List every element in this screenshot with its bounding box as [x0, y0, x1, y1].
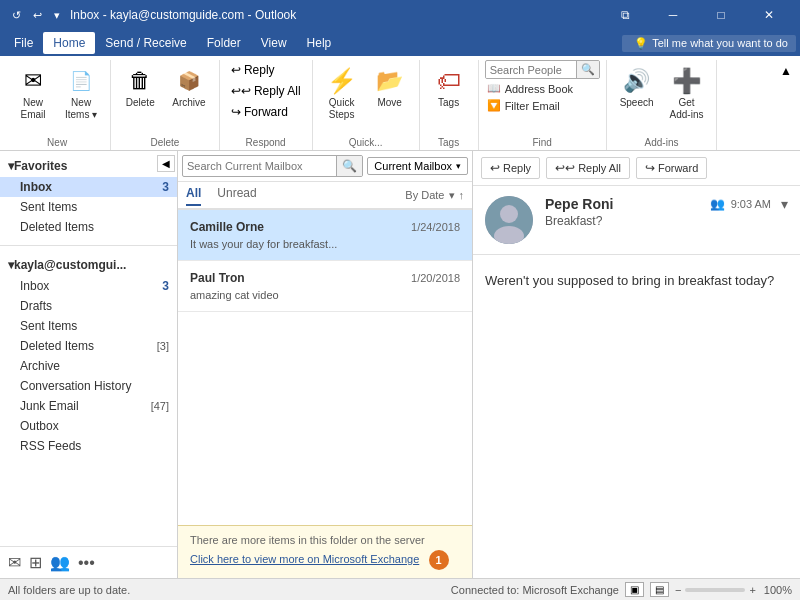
rp-reply-button[interactable]: ↩ Reply — [481, 157, 540, 179]
search-people-icon[interactable]: 🔍 — [576, 61, 599, 78]
email-meta: 👥 9:03 AM ▾ — [710, 196, 788, 212]
window-title: Inbox - kayla@customguide.com - Outlook — [70, 8, 296, 22]
zoom-in-icon[interactable]: + — [749, 584, 755, 596]
maximize-button[interactable]: □ — [698, 0, 744, 30]
expand-header-button[interactable]: ▾ — [781, 196, 788, 212]
sidebar-item-rss[interactable]: RSS Feeds — [0, 436, 177, 456]
tags-button[interactable]: 🏷 Tags — [426, 60, 472, 114]
minimize-button[interactable]: ─ — [650, 0, 696, 30]
search-people-input[interactable] — [486, 62, 576, 78]
sidebar-item-inbox-fav[interactable]: Inbox 3 — [0, 177, 177, 197]
sidebar-item-drafts[interactable]: Drafts — [0, 296, 177, 316]
sidebar-item-outbox[interactable]: Outbox — [0, 416, 177, 436]
reply-all-ribbon-button[interactable]: ↩↩ Reply All — [226, 81, 306, 101]
menu-item-folder[interactable]: Folder — [197, 32, 251, 54]
email-sender-1: Camille Orne — [190, 220, 264, 234]
calendar-nav-button[interactable]: ⊞ — [29, 553, 42, 572]
zoom-slider[interactable] — [685, 588, 745, 592]
delete-button[interactable]: 🗑 Delete — [117, 60, 163, 114]
address-book-button[interactable]: 📖 Address Book — [485, 81, 600, 96]
search-people-box[interactable]: 🔍 — [485, 60, 600, 79]
menu-item-send-receive[interactable]: Send / Receive — [95, 32, 196, 54]
move-label: Move — [377, 97, 401, 109]
email-search-icon[interactable]: 🔍 — [336, 156, 362, 176]
sender-info: Pepe Roni 👥 9:03 AM ▾ Breakfast? — [545, 196, 788, 228]
menu-item-help[interactable]: Help — [297, 32, 342, 54]
email-search-box[interactable]: 🔍 — [182, 155, 363, 177]
email-item-1[interactable]: Camille Orne 1/24/2018 It was your day f… — [178, 210, 472, 261]
sent-fav-label: Sent Items — [20, 200, 77, 214]
sidebar-item-sent[interactable]: Sent Items — [0, 316, 177, 336]
speech-button[interactable]: 🔊 Speech — [613, 60, 661, 114]
rp-reply-all-button[interactable]: ↩↩ Reply All — [546, 157, 630, 179]
email-list-panel: 🔍 Current Mailbox ▾ All Unread By Date ▾… — [178, 151, 473, 578]
more-nav-button[interactable]: ••• — [78, 554, 95, 572]
email-list: Camille Orne 1/24/2018 It was your day f… — [178, 210, 472, 525]
sidebar-item-sent-fav[interactable]: Sent Items — [0, 197, 177, 217]
sidebar-item-conv-history[interactable]: Conversation History — [0, 376, 177, 396]
close-button[interactable]: ✕ — [746, 0, 792, 30]
more-items-text: There are more items in this folder on t… — [190, 534, 460, 546]
undo-button[interactable]: ↩ — [29, 7, 46, 24]
email-list-tabs: All Unread By Date ▾ ↑ — [178, 182, 472, 210]
move-button[interactable]: 📂 Move — [367, 60, 413, 114]
junk-badge: [47] — [151, 400, 169, 412]
tags-label: Tags — [438, 97, 459, 109]
tell-me-box[interactable]: 💡 Tell me what you want to do — [622, 35, 796, 52]
ribbon-group-addins: 🔊 Speech ➕ GetAdd-ins Add-ins — [607, 60, 718, 150]
ribbon-respond-items: ↩ Reply ↩↩ Reply All ↪ Forward — [226, 60, 306, 122]
archive-button[interactable]: 📦 Archive — [165, 60, 212, 114]
sidebar-item-junk[interactable]: Junk Email [47] — [0, 396, 177, 416]
forward-ribbon-button[interactable]: ↪ Forward — [226, 102, 306, 122]
reading-pane-email-header: Pepe Roni 👥 9:03 AM ▾ Breakfast? — [473, 186, 800, 255]
sidebar-item-deleted-fav[interactable]: Deleted Items — [0, 217, 177, 237]
zoom-out-icon[interactable]: − — [675, 584, 681, 596]
tab-all[interactable]: All — [186, 186, 201, 206]
inbox-badge: 3 — [162, 279, 169, 293]
single-view-button[interactable]: ▣ — [625, 582, 644, 597]
respond-buttons: ↩ Reply ↩↩ Reply All ↪ Forward — [226, 60, 306, 122]
expand-recipients-icon[interactable]: 👥 — [710, 197, 725, 211]
get-addins-button[interactable]: ➕ GetAdd-ins — [663, 60, 711, 126]
sidebar-collapse-button[interactable]: ◀ — [157, 155, 175, 172]
email-sender-2: Paul Tron — [190, 271, 245, 285]
quick-access-more-button[interactable]: ▾ — [50, 7, 64, 24]
view-more-link[interactable]: Click here to view more on Microsoft Exc… — [190, 553, 419, 565]
favorites-header[interactable]: ▾ Favorites — [0, 155, 177, 177]
new-email-button[interactable]: ✉ NewEmail — [10, 60, 56, 126]
rp-forward-label: Forward — [658, 162, 698, 174]
lightbulb-icon: 💡 — [634, 37, 648, 50]
mailbox-dropdown[interactable]: Current Mailbox ▾ — [367, 157, 468, 175]
email-search-input[interactable] — [183, 157, 336, 175]
refresh-button[interactable]: ↺ — [8, 7, 25, 24]
account-header[interactable]: ▾ kayla@customgui... — [0, 254, 177, 276]
window-controls: ⧉ ─ □ ✕ — [602, 0, 792, 30]
email-item-2[interactable]: Paul Tron 1/20/2018 amazing cat video — [178, 261, 472, 312]
quick-steps-button[interactable]: ⚡ QuickSteps — [319, 60, 365, 126]
email-subject: Breakfast? — [545, 214, 788, 228]
connection-status: Connected to: Microsoft Exchange — [451, 584, 619, 596]
reading-pane-view-button[interactable]: ▤ — [650, 582, 669, 597]
email-sort[interactable]: By Date ▾ ↑ — [405, 189, 464, 202]
new-items-button[interactable]: 📄 NewItems ▾ — [58, 60, 104, 126]
mail-nav-button[interactable]: ✉ — [8, 553, 21, 572]
filter-email-button[interactable]: 🔽 Filter Email — [485, 98, 600, 113]
menu-item-view[interactable]: View — [251, 32, 297, 54]
sidebar-item-archive[interactable]: Archive — [0, 356, 177, 376]
delete-label: Delete — [126, 97, 155, 109]
tab-unread[interactable]: Unread — [217, 186, 256, 204]
restore-button[interactable]: ⧉ — [602, 0, 648, 30]
menu-item-file[interactable]: File — [4, 32, 43, 54]
rp-forward-button[interactable]: ↪ Forward — [636, 157, 707, 179]
tell-me-label: Tell me what you want to do — [652, 37, 788, 49]
sidebar-item-deleted[interactable]: Deleted Items [3] — [0, 336, 177, 356]
sidebar-item-inbox[interactable]: Inbox 3 — [0, 276, 177, 296]
reply-ribbon-button[interactable]: ↩ Reply — [226, 60, 306, 80]
menu-item-home[interactable]: Home — [43, 32, 95, 54]
filter-email-label: Filter Email — [505, 100, 560, 112]
ribbon-collapse-button[interactable]: ▲ — [780, 64, 792, 78]
get-addins-label: GetAdd-ins — [670, 97, 704, 121]
people-nav-button[interactable]: 👥 — [50, 553, 70, 572]
ribbon-group-find: 🔍 📖 Address Book 🔽 Filter Email Find — [479, 60, 607, 150]
view-more-badge: 1 — [429, 550, 449, 570]
